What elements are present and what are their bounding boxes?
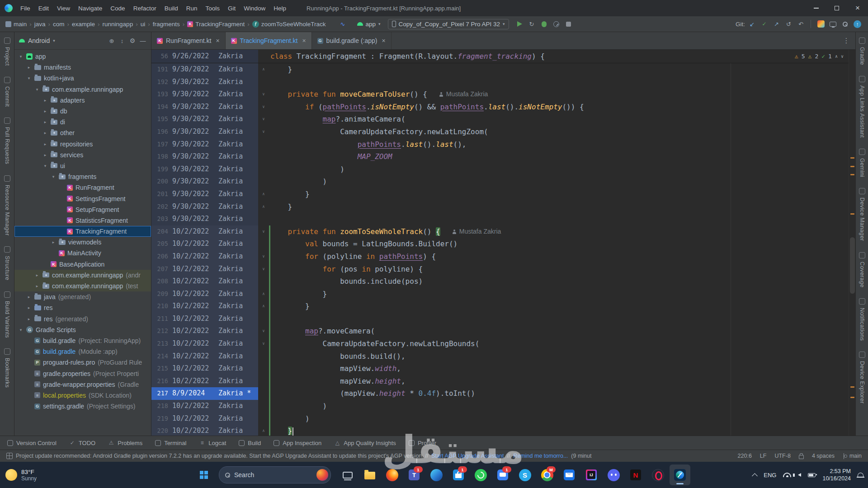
tool-stripe-coverage[interactable]: Coverage [859,252,865,287]
tree-item-gradle-properties-project-properti[interactable]: ≡gradle.properties (Project Properti [14,368,151,379]
tree-item-di[interactable]: ▸di [14,117,151,127]
tree-item-local-properties-sdk-location[interactable]: ≡local.properties (SDK Location) [14,390,151,401]
fold-marker-icon[interactable]: ∧ [258,201,269,213]
fold-marker-icon[interactable]: ∨ [258,113,269,126]
encoding-indicator[interactable]: UTF-8 [774,453,790,459]
vcs-annotation[interactable]: 9/30/2022Zakria [172,88,258,101]
tree-toggle-icon[interactable]: ▸ [26,65,32,70]
menu-build[interactable]: Build [160,5,182,12]
menu-git[interactable]: Git [224,5,240,12]
line-separator-indicator[interactable]: LF [760,453,767,459]
tool-stripe-pull-requests[interactable]: Pull Requests [4,117,10,164]
menu-edit[interactable]: Edit [34,5,53,12]
tree-item-com-example-runningapp-test[interactable]: ▸com.example.runningapp (test [14,281,151,291]
tree-toggle-icon[interactable]: ▸ [34,273,40,277]
tree-item-services[interactable]: ▸services [14,150,151,160]
close-icon[interactable]: × [382,37,385,44]
vcs-annotation[interactable]: 10/2/2022Zakria [172,288,258,300]
tree-toggle-icon[interactable]: ▾ [42,164,48,168]
tree-toggle-icon[interactable]: ▾ [34,87,40,92]
tree-toggle-icon[interactable]: ▸ [42,98,48,103]
taskbar-app-chrome[interactable]: M [537,465,557,485]
stop-button[interactable] [562,18,575,30]
close-icon[interactable]: × [216,37,219,44]
tree-item-settings-gradle-project-settings[interactable]: Gsettings.gradle (Project Settings) [14,401,151,412]
taskbar-app-messages[interactable]: 1 [492,465,513,485]
tree-toggle-icon[interactable]: ▾ [51,174,56,179]
vcs-annotation[interactable]: 9/30/2022Zakria [172,213,258,225]
tree-item-other[interactable]: ▸other [14,127,151,138]
fold-marker-icon[interactable]: ∨ [258,250,269,263]
menu-window[interactable]: Window [240,5,269,12]
tool-stripe-resource-manager[interactable]: Resource Manager [4,175,10,236]
vcs-annotation[interactable]: 10/2/2022Zakria [172,275,258,288]
toolwindow-version-control[interactable]: Version Control [7,440,57,446]
breadcrumb-fragments[interactable]: fragments [152,20,181,28]
tree-item-repositories[interactable]: ▸repositories [14,139,151,150]
taskbar-app-mail[interactable] [559,465,580,485]
search-button[interactable] [839,18,851,30]
vcs-annotation[interactable]: 10/2/2022Zakria [172,425,258,436]
tool-stripe-gemini[interactable]: Gemini [859,149,865,177]
notifications-bell-icon[interactable] [858,473,863,478]
tree-item-com-example-runningapp[interactable]: ▾com.example.runningapp [14,84,151,95]
fold-marker-icon[interactable]: ∨ [258,338,269,350]
device-selector[interactable]: Copy_of_Copy_of_Pixel 7 Pro API 32 ▾ [388,19,509,29]
profile-button[interactable] [550,18,562,30]
error-stripe[interactable] [849,50,855,436]
menu-view[interactable]: View [53,5,74,12]
tool-stripe-project[interactable]: Project [4,38,10,66]
fold-marker-icon[interactable]: ∨ [258,263,269,276]
apply-changes-button[interactable]: ↻ [526,18,538,30]
tree-toggle-icon[interactable]: ▸ [42,142,48,146]
breadcrumb-trackingfragment[interactable]: KTrackingFragment [186,20,245,28]
recent-locations-button[interactable]: ∿ [337,18,349,30]
rollback-button[interactable]: ↶ [795,18,807,30]
menu-run[interactable]: Run [182,5,202,12]
tree-item-baseapplication[interactable]: KBaseApplication [14,259,151,270]
tree-item-fragments[interactable]: ▾fragments [14,171,151,182]
tree-toggle-icon[interactable]: ▸ [26,295,32,299]
tree-item-ui[interactable]: ▾ui [14,160,151,171]
tree-item-trackingfragment[interactable]: KTrackingFragment [14,226,151,237]
tree-item-kotlin-java[interactable]: ▾kotlin+java [14,73,151,84]
vcs-annotation[interactable]: 10/2/2022Zakria [172,225,258,238]
taskbar-search[interactable]: Search [219,466,331,483]
tree-toggle-icon[interactable]: ▸ [42,120,48,124]
taskbar-app-file-explorer[interactable] [359,465,380,485]
tree-item-statisticsfragment[interactable]: KStatisticsFragment [14,215,151,226]
vcs-annotation[interactable]: 10/2/2022Zakria [172,400,258,413]
readonly-lock-icon[interactable] [799,455,804,459]
git-branch-widget[interactable]: main [843,453,862,459]
caret-position[interactable]: 220:6 [738,453,752,459]
maximize-button[interactable] [826,0,847,16]
battery-icon[interactable] [808,473,816,477]
clock-widget[interactable]: 2:53 PM 10/16/2024 [822,468,851,483]
toolwindow-app-quality-insights[interactable]: △App Quality Insights [334,440,396,446]
vcs-annotation[interactable]: 10/2/2022Zakria [172,300,258,313]
vcs-annotation[interactable]: 9/30/2022Zakria [172,188,258,201]
toolwindow-problems[interactable]: ⚠Problems [108,440,142,446]
close-icon[interactable]: × [302,37,306,44]
tree-item-db[interactable]: ▸db [14,106,151,117]
expand-collapse-icon[interactable]: ↕ [118,37,126,44]
tree-item-proguard-rules-pro-proguard-rule[interactable]: Pproguard-rules.pro (ProGuard Rule [14,357,151,368]
vcs-annotation[interactable]: 9/26/2022Zakria [172,50,258,63]
fold-marker-icon[interactable]: ∨ [258,126,269,138]
tree-toggle-icon[interactable]: ▸ [51,240,56,244]
agp-upgrade-link[interactable]: Start AGP Upgrade Assistant [431,453,504,459]
taskbar-app-store[interactable]: 1 [448,465,469,485]
menu-help[interactable]: Help [269,5,290,12]
select-opened-file-icon[interactable]: ⊕ [108,37,115,44]
fold-marker-icon[interactable]: ∧ [258,300,269,313]
taskbar-app-task-view[interactable] [337,465,358,485]
scrollbar-thumb[interactable] [850,237,855,294]
taskbar-app-teams[interactable]: T1 [404,465,425,485]
tool-stripe-notifications[interactable]: Notifications [859,298,865,341]
fold-marker-icon[interactable]: ∨ [258,325,269,338]
fold-marker-icon[interactable]: ∨ [258,101,269,113]
tab-trackingfragment-kt[interactable]: KTrackingFragment.kt× [226,32,312,49]
tool-stripe-device-explorer[interactable]: Device Explorer [859,352,865,404]
tool-stripe-app-links-assistant[interactable]: App Links Assistant [859,76,865,138]
tree-item-build-gradle-module-app[interactable]: Gbuild.gradle (Module :app) [14,346,151,357]
